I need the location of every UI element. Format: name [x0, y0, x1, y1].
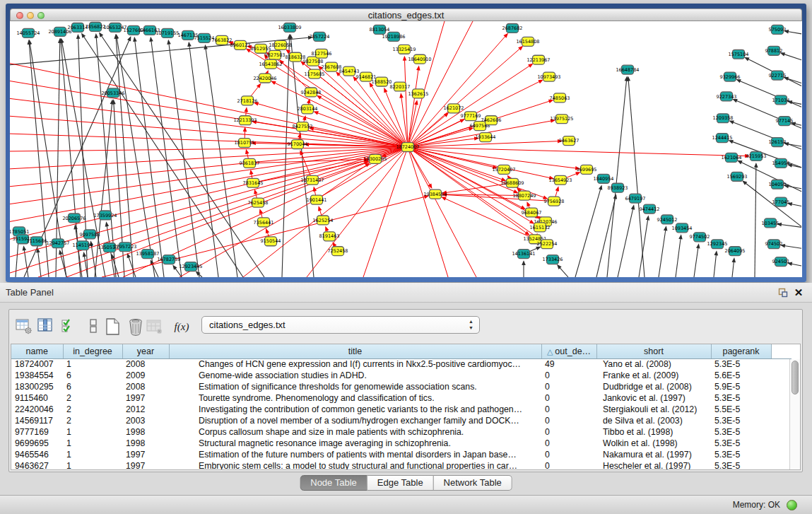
graph-node[interactable]: 18640910 — [408, 54, 431, 64]
table-cell[interactable]: Jankovic et al. (1997) — [596, 392, 711, 404]
graph-node[interactable]: 9242848 — [301, 88, 322, 97]
graph-node[interactable]: 9361837 — [240, 158, 260, 168]
table-cell[interactable]: 6 — [63, 381, 122, 392]
table-cell[interactable]: 0 — [541, 381, 596, 392]
table-cell[interactable]: 1997 — [122, 460, 169, 470]
function-builder-icon[interactable]: f(x) — [170, 317, 193, 337]
table-cell[interactable]: 18724007 — [11, 358, 63, 370]
graph-node[interactable]: 2064095 — [725, 247, 746, 256]
table-selector-dropdown[interactable]: citations_edges.txt ▲▼ — [201, 316, 480, 334]
graph-node[interactable]: 15720407 — [492, 165, 515, 174]
table-cell[interactable]: 18300295 — [11, 381, 63, 392]
table-vertical-scrollbar[interactable] — [789, 359, 800, 469]
table-row[interactable]: 946362711997Embryonic stem cells: a mode… — [11, 460, 792, 470]
table-cell[interactable]: Corpus callosum shape and size in male p… — [169, 426, 541, 438]
graph-node[interactable]: 7625458 — [248, 198, 269, 207]
table-cell[interactable]: 9463627 — [11, 460, 63, 470]
table-cell[interactable]: 1998 — [122, 426, 169, 438]
graph-node[interactable]: 575093 — [769, 25, 787, 34]
table-cell[interactable]: Structural magnetic resonance image aver… — [169, 438, 541, 449]
graph-node[interactable]: 12213967 — [526, 55, 550, 64]
table-cell[interactable] — [771, 415, 792, 426]
table-cell[interactable]: 0 — [541, 392, 596, 404]
graph-node[interactable]: 1569293 — [727, 172, 748, 181]
table-cell[interactable]: 5.3E-5 — [711, 449, 771, 460]
column-header-out_de[interactable]: △out_de… — [541, 344, 596, 358]
table-cell[interactable]: 1997 — [122, 449, 169, 460]
select-all-rows-icon[interactable] — [59, 317, 78, 337]
graph-node[interactable]: 2687682 — [502, 23, 523, 33]
graph-node[interactable]: 7252458 — [328, 247, 348, 256]
graph-node[interactable]: 9774502 — [690, 233, 710, 242]
graph-node[interactable]: 10688609 — [500, 178, 524, 187]
graph-node[interactable]: 7857224 — [310, 32, 330, 41]
table-cell[interactable]: 2012 — [122, 404, 169, 415]
table-cell[interactable]: 0 — [541, 426, 596, 438]
table-cell[interactable] — [771, 438, 792, 449]
graph-node[interactable]: 1145194 — [73, 241, 93, 250]
table-cell[interactable]: Stergiakouli et al. (2012) — [596, 404, 711, 415]
table-row[interactable]: 2242004622012Investigating the contribut… — [11, 404, 792, 415]
table-row[interactable]: 1456911722003Disruption of a novel membe… — [11, 415, 792, 426]
toggle-rows-icon[interactable] — [84, 317, 102, 337]
table-cell[interactable]: 1 — [63, 426, 122, 438]
table-cell[interactable]: Changes of HCN gene expression and I(f) … — [169, 358, 541, 370]
table-cell[interactable]: Estimation of the future numbers of pati… — [169, 449, 541, 460]
graph-node[interactable]: 16033809 — [278, 23, 301, 32]
table-cell[interactable]: 5.6E-5 — [711, 370, 771, 381]
graph-node[interactable]: 19218986 — [382, 32, 405, 41]
table-cell[interactable]: 2003 — [122, 415, 169, 426]
graph-node[interactable]: 978812 — [765, 46, 783, 55]
table-row[interactable]: 911546021997Tourette syndrome. Phenomeno… — [11, 392, 792, 404]
table-row[interactable]: 977716911998Corpus callosum shape and si… — [11, 426, 792, 438]
graph-node[interactable]: 12923445 — [179, 262, 202, 271]
graph-node[interactable]: 9684067 — [522, 208, 542, 217]
table-cell[interactable]: 1 — [63, 460, 122, 470]
graph-node[interactable]: 924501 — [772, 257, 790, 267]
graph-node[interactable]: 13975125 — [550, 115, 573, 124]
table-cell[interactable]: 1 — [63, 449, 122, 460]
graph-node[interactable]: 20053346 — [101, 88, 124, 98]
graph-node[interactable]: 154954 — [772, 158, 790, 168]
table-cell[interactable]: 6 — [63, 370, 122, 381]
graph-node[interactable]: 8220317 — [390, 82, 411, 91]
graph-node[interactable]: 1810755 — [235, 139, 255, 148]
table-cell[interactable] — [771, 426, 792, 438]
graph-node[interactable]: 1362615 — [408, 89, 429, 98]
new-table-icon[interactable] — [103, 317, 122, 337]
graph-node[interactable]: 14055724 — [16, 28, 40, 37]
graph-node[interactable]: 14136141 — [512, 250, 535, 259]
table-cell[interactable]: 14569117 — [11, 415, 63, 426]
column-header-name[interactable]: name — [11, 344, 63, 358]
table-cell[interactable]: 22420046 — [11, 404, 63, 415]
graph-node[interactable]: 9474412 — [640, 204, 660, 214]
table-cell[interactable]: Tourette syndrome. Phenomenology and cla… — [169, 392, 541, 404]
graph-node[interactable]: 17359924 — [93, 211, 117, 220]
table-row[interactable]: 1938455462009Genome-wide association stu… — [11, 370, 792, 381]
table-row[interactable]: 1872400712008Changes of HCN gene express… — [11, 358, 792, 370]
table-cell[interactable]: 1 — [63, 438, 122, 449]
graph-node[interactable]: 20206576 — [62, 214, 86, 223]
table-cell[interactable] — [771, 460, 792, 470]
table-cell[interactable]: 0 — [541, 438, 596, 449]
table-cell[interactable] — [771, 449, 792, 460]
table-cell[interactable]: 2 — [63, 415, 122, 426]
graph-node[interactable]: 7856822 — [86, 22, 106, 31]
graph-node[interactable]: 13325419 — [392, 45, 416, 54]
table-cell[interactable]: 5.3E-5 — [711, 358, 771, 370]
tab-node-table[interactable]: Node Table — [300, 475, 367, 491]
graph-node[interactable]: 8215953 — [746, 151, 767, 160]
table-cell[interactable]: de Silva et al. (2003) — [596, 415, 711, 426]
table-cell[interactable]: 0 — [541, 460, 596, 470]
table-cell[interactable]: 2008 — [122, 358, 169, 370]
column-header-in_degree[interactable]: in_degree — [63, 344, 122, 358]
graph-node[interactable]: 1615132 — [530, 223, 551, 232]
network-window-titlebar[interactable]: citations_edges.txt — [10, 8, 802, 21]
table-cell[interactable]: 9699695 — [11, 438, 63, 449]
graph-node[interactable]: 1840954 — [594, 174, 614, 183]
table-cell[interactable]: 0 — [541, 449, 596, 460]
table-cell[interactable]: 49 — [541, 358, 596, 370]
graph-node[interactable]: 9150544 — [261, 237, 281, 246]
graph-node[interactable]: 1175685 — [305, 69, 325, 78]
table-cell[interactable]: 1 — [63, 358, 122, 370]
